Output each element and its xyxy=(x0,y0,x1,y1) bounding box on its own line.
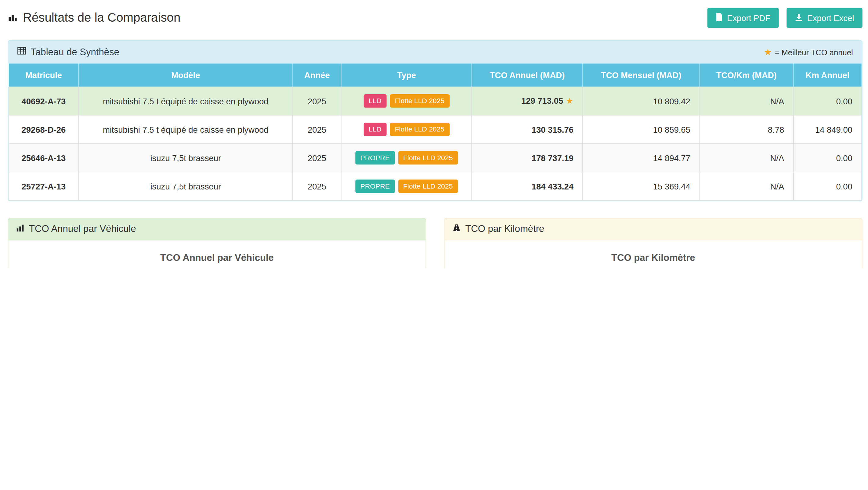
cell-tco-mensuel: 15 369.44 xyxy=(583,172,700,200)
export-pdf-button[interactable]: Export PDF xyxy=(708,8,779,28)
charts-row: TCO Annuel par Véhicule TCO Annuel par V… xyxy=(8,218,863,268)
cell-km-annuel: 0.00 xyxy=(793,172,862,200)
cell-matricule: 25646-A-13 xyxy=(8,144,79,172)
cell-annee: 2025 xyxy=(293,144,341,172)
cell-tco-mensuel: 10 859.65 xyxy=(583,115,700,143)
best-star-icon: ★ xyxy=(566,96,574,105)
chart-title: TCO par Kilomètre xyxy=(445,253,862,264)
type-badge: Flotte LLD 2025 xyxy=(398,180,458,193)
title-group: Résultats de la Comparaison xyxy=(8,11,181,25)
tco-km-panel-title: TCO par Kilomètre xyxy=(465,224,544,235)
type-badge: Flotte LLD 2025 xyxy=(398,151,458,164)
table-row: 25727-A-13isuzu 7,5t brasseur2025PROPREF… xyxy=(8,172,862,200)
type-badge: Flotte LLD 2025 xyxy=(390,123,449,136)
cell-tco-km: 8.78 xyxy=(700,115,793,143)
chart-title: TCO Annuel par Véhicule xyxy=(8,253,426,264)
table-row: 25646-A-13isuzu 7,5t brasseur2025PROPREF… xyxy=(8,144,862,172)
synthesis-table: Matricule Modèle Année Type TCO Annuel (… xyxy=(8,63,862,201)
table-row: 29268-D-26mitsubishi 7.5 t équipé de cai… xyxy=(8,115,862,143)
table-icon xyxy=(18,46,26,58)
cell-tco-mensuel: 14 894.77 xyxy=(583,144,700,172)
cell-type: PROPREFlotte LLD 2025 xyxy=(341,172,472,200)
synthesis-panel: Tableau de Synthèse ★ = Meilleur TCO ann… xyxy=(8,40,863,201)
cell-tco-km: N/A xyxy=(700,87,793,115)
best-tco-legend: ★ = Meilleur TCO annuel xyxy=(764,47,853,58)
type-badge: LLD xyxy=(364,123,386,136)
cell-tco-annuel: 184 433.24 xyxy=(472,172,583,200)
type-badge: LLD xyxy=(364,94,386,108)
col-modele: Modèle xyxy=(79,63,292,87)
cell-tco-mensuel: 10 809.42 xyxy=(583,87,700,115)
star-icon: ★ xyxy=(764,47,772,58)
tco-km-chart-panel: TCO par Kilomètre TCO par Kilomètre 0.00… xyxy=(444,218,863,268)
cell-km-annuel: 0.00 xyxy=(793,87,862,115)
cell-annee: 2025 xyxy=(293,172,341,200)
cell-modele: isuzu 7,5t brasseur xyxy=(79,172,292,200)
export-excel-label: Export Excel xyxy=(807,13,854,23)
col-tco-km: TCO/Km (MAD) xyxy=(700,63,793,87)
cell-annee: 2025 xyxy=(293,87,341,115)
col-km-annuel: Km Annuel xyxy=(793,63,862,87)
cell-type: LLDFlotte LLD 2025 xyxy=(341,87,472,115)
col-annee: Année xyxy=(293,63,341,87)
topbar: Résultats de la Comparaison Export PDF E… xyxy=(0,0,868,28)
cell-tco-km: N/A xyxy=(700,172,793,200)
cell-modele: mitsubishi 7.5 t équipé de caisse en ply… xyxy=(79,115,292,143)
road-icon xyxy=(452,224,461,235)
cell-tco-annuel: 178 737.19 xyxy=(472,144,583,172)
tco-annual-panel-title: TCO Annuel par Véhicule xyxy=(29,224,136,235)
synthesis-title: Tableau de Synthèse xyxy=(31,47,119,58)
synthesis-table-body: 40692-A-73mitsubishi 7.5 t équipé de cai… xyxy=(8,87,862,200)
cell-matricule: 25727-A-13 xyxy=(8,172,79,200)
tco-annual-chart-panel: TCO Annuel par Véhicule TCO Annuel par V… xyxy=(8,218,426,268)
page: Résultats de la Comparaison Export PDF E… xyxy=(0,0,868,268)
cell-modele: mitsubishi 7.5 t équipé de caisse en ply… xyxy=(79,87,292,115)
export-excel-button[interactable]: Export Excel xyxy=(786,8,863,28)
export-pdf-label: Export PDF xyxy=(727,13,770,23)
cell-tco-annuel: 130 315.76 xyxy=(472,115,583,143)
file-icon xyxy=(716,13,723,23)
cell-type: LLDFlotte LLD 2025 xyxy=(341,115,472,143)
cell-tco-annuel: 129 713.05★ xyxy=(472,87,583,115)
export-buttons: Export PDF Export Excel xyxy=(708,8,863,28)
tco-annual-panel-header: TCO Annuel par Véhicule xyxy=(8,219,426,240)
type-badge: PROPRE xyxy=(355,151,395,164)
table-header-row: Matricule Modèle Année Type TCO Annuel (… xyxy=(8,63,862,87)
page-title: Résultats de la Comparaison xyxy=(23,11,180,25)
cell-tco-km: N/A xyxy=(700,144,793,172)
cell-km-annuel: 0.00 xyxy=(793,144,862,172)
cell-annee: 2025 xyxy=(293,115,341,143)
legend-text: = Meilleur TCO annuel xyxy=(775,47,853,57)
bar-chart-icon xyxy=(16,224,24,235)
cell-km-annuel: 14 849.00 xyxy=(793,115,862,143)
tco-km-panel-header: TCO par Kilomètre xyxy=(445,219,862,240)
type-badge: PROPRE xyxy=(355,180,395,193)
download-icon xyxy=(795,13,803,23)
cell-modele: isuzu 7,5t brasseur xyxy=(79,144,292,172)
col-matricule: Matricule xyxy=(8,63,79,87)
cell-matricule: 29268-D-26 xyxy=(8,115,79,143)
col-tco-annuel: TCO Annuel (MAD) xyxy=(472,63,583,87)
bar-chart-icon xyxy=(8,11,19,24)
col-tco-mensuel: TCO Mensuel (MAD) xyxy=(583,63,700,87)
table-row: 40692-A-73mitsubishi 7.5 t équipé de cai… xyxy=(8,87,862,115)
synthesis-panel-header: Tableau de Synthèse ★ = Meilleur TCO ann… xyxy=(8,40,862,63)
col-type: Type xyxy=(341,63,472,87)
cell-matricule: 40692-A-73 xyxy=(8,87,79,115)
cell-type: PROPREFlotte LLD 2025 xyxy=(341,144,472,172)
type-badge: Flotte LLD 2025 xyxy=(390,94,449,108)
